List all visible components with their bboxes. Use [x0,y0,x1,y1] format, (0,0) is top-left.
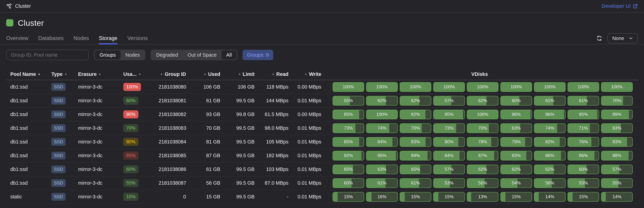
vdisk-bar[interactable]: 62% [467,96,498,106]
vdisk-bar[interactable]: 63% [366,165,398,174]
vdisk-bar[interactable]: 85% [332,110,364,119]
refresh-button[interactable] [596,35,602,41]
vdisk-bar[interactable]: 15% [433,192,465,202]
developer-ui-link[interactable]: Developer UI [602,3,638,9]
vdisk-bar[interactable]: 63% [500,123,532,133]
vdisk-bar[interactable]: 85% [332,137,364,147]
vdisk-bar[interactable]: 16% [366,192,398,202]
vdisk-bar[interactable]: 70% [400,123,431,133]
autorefresh-select[interactable]: None [608,33,638,43]
vdisk-bar[interactable]: 89% [601,110,633,119]
vdisk-bar[interactable]: 95% [433,110,465,119]
vdisk-bar[interactable]: 100% [500,82,532,92]
vdisk-bar[interactable]: 86% [568,151,599,160]
vdisk-bar[interactable]: 73% [433,123,465,133]
tab-storage[interactable]: Storage [99,32,118,44]
vdisk-bar[interactable]: 71% [568,123,599,133]
vdisk-bar[interactable]: 63% [601,123,633,133]
vdisk-bar[interactable]: 56% [467,178,498,188]
vdisk-bar[interactable]: 57% [433,165,465,174]
column-header-erasure[interactable]: Erasure ▲ [78,71,121,77]
vdisk-bar[interactable]: 100% [366,82,398,92]
search-input[interactable] [6,50,89,60]
vdisk-bar[interactable]: 65% [332,165,364,174]
vdisk-bar[interactable]: 87% [467,151,498,160]
vdisk-bar[interactable]: 76% [568,137,599,147]
vdisk-bar[interactable]: 95% [568,110,599,119]
vdisk-bar[interactable]: 57% [433,96,465,106]
vdisk-bar[interactable]: 83% [601,137,633,147]
vdisk-bar[interactable]: 100% [601,82,633,92]
column-header-pool-name[interactable]: Pool Name ▲ [6,71,47,77]
vdisk-bar[interactable]: 100% [332,82,364,92]
vdisk-bar[interactable]: 74% [534,123,566,133]
vdisk-bar[interactable]: 79% [500,137,532,147]
column-header-group-id[interactable]: ▲ Group ID [158,71,186,77]
vdisk-bar[interactable]: 70% [467,123,498,133]
column-header-read[interactable]: ▲ Read [254,71,288,77]
vdisk-bar[interactable]: 61% [366,178,398,188]
vdisk-bar[interactable]: 100% [366,110,398,119]
vdisk-bar[interactable]: 56% [534,178,566,188]
vdisk-bar[interactable]: 100% [568,82,599,92]
column-header-usage[interactable]: Usa... ▲ [121,71,158,77]
vdisk-bar[interactable]: 62% [500,165,532,174]
vdisk-bar[interactable]: 82% [534,137,566,147]
vdisk-bar[interactable]: 55% [568,178,599,188]
vdisk-bar[interactable]: 60% [332,178,364,188]
vdisk-bar[interactable]: 61% [568,96,599,106]
vdisk-bar[interactable]: 95% [366,151,398,160]
vdisk-bar[interactable]: 70% [601,96,633,106]
breadcrumb[interactable]: Cluster [6,3,31,9]
column-header-used[interactable]: ▲ Used [186,71,220,77]
vdisk-bar[interactable]: 100% [467,110,498,119]
vdisk-bar[interactable]: 62% [467,165,498,174]
tab-overview[interactable]: Overview [6,32,28,44]
vdisk-bar[interactable]: 96% [534,110,566,119]
vdisk-bar[interactable]: 54% [500,178,532,188]
status-filter-all[interactable]: All [222,50,236,59]
tab-versions[interactable]: Versions [128,32,148,44]
tab-nodes[interactable]: Nodes [74,32,89,44]
vdisk-bar[interactable]: 15% [568,192,599,202]
vdisk-bar[interactable]: 82% [400,110,431,119]
vdisk-bar[interactable]: 80% [433,137,465,147]
vdisk-bar[interactable]: 86% [534,151,566,160]
vdisk-bar[interactable]: 55% [601,178,633,188]
vdisk-bar[interactable]: 100% [400,82,431,92]
vdisk-bar[interactable]: 84% [433,151,465,160]
vdisk-bar[interactable]: 13% [467,192,498,202]
vdisk-bar[interactable]: 62% [400,96,431,106]
vdisk-bar[interactable]: 65% [400,165,431,174]
vdisk-bar[interactable]: 100% [534,82,566,92]
vdisk-bar[interactable]: 74% [366,123,398,133]
vdisk-bar[interactable]: 73% [332,123,364,133]
vdisk-bar[interactable]: 15% [500,192,532,202]
vdisk-bar[interactable]: 60% [500,96,532,106]
column-header-type[interactable]: Type ▲ [47,71,78,77]
vdisk-bar[interactable]: 62% [534,165,566,174]
vdisk-bar[interactable]: 96% [500,110,532,119]
groups-count-chip[interactable]: Groups: 9 [242,50,273,60]
vdisk-bar[interactable]: 62% [366,96,398,106]
vdisk-bar[interactable]: 100% [467,82,498,92]
entity-toggle-groups[interactable]: Groups [95,50,120,59]
vdisk-bar[interactable]: 84% [366,137,398,147]
vdisk-bar[interactable]: 89% [400,151,431,160]
vdisk-bar[interactable]: 60% [568,165,599,174]
vdisk-bar[interactable]: 53% [433,178,465,188]
column-header-write[interactable]: ▲ Write [288,71,321,77]
vdisk-bar[interactable]: 78% [467,137,498,147]
vdisk-bar[interactable]: 61% [400,178,431,188]
vdisk-bar[interactable]: 83% [400,137,431,147]
status-filter-degraded[interactable]: Degraded [152,50,183,59]
entity-toggle-nodes[interactable]: Nodes [120,50,144,59]
column-header-limit[interactable]: ▲ Limit [220,71,254,77]
status-filter-out-of-space[interactable]: Out of Space [183,50,221,59]
vdisk-bar[interactable]: 57% [601,165,633,174]
vdisk-bar[interactable]: 83% [500,151,532,160]
vdisk-bar[interactable]: 15% [400,192,431,202]
vdisk-bar[interactable]: 61% [534,96,566,106]
vdisk-bar[interactable]: 14% [534,192,566,202]
vdisk-bar[interactable]: 88% [601,151,633,160]
